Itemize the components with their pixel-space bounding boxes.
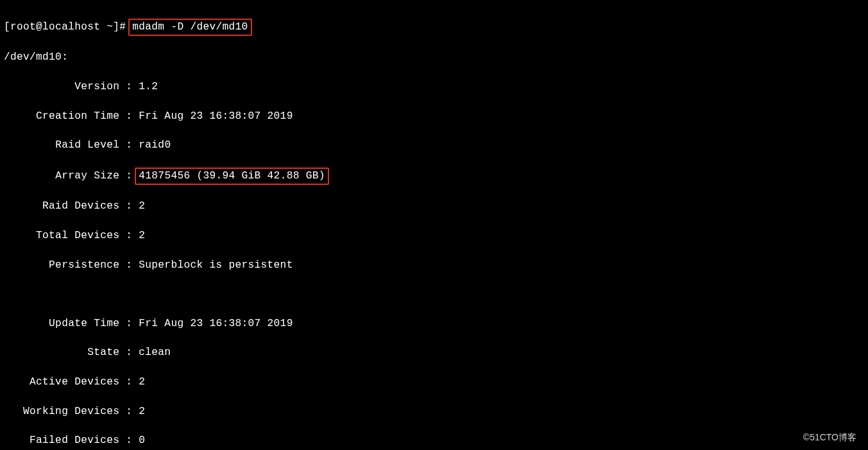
- field-version: Version : 1.2: [4, 80, 868, 94]
- terminal-output: [root@localhost ~]# mdadm -D /dev/md10 /…: [0, 0, 868, 450]
- field-array-size: Array Size : 41875456 (39.94 GiB 42.88 G…: [4, 168, 868, 185]
- device-header-line: /dev/md10:: [4, 50, 868, 65]
- field-raid-devices: Raid Devices : 2: [4, 199, 868, 214]
- field-update-time: Update Time : Fri Aug 23 16:38:07 2019: [4, 316, 868, 331]
- field-persistence: Persistence : Superblock is persistent: [4, 258, 868, 273]
- prompt-path: ~: [106, 21, 113, 33]
- field-working-devices: Working Devices : 2: [4, 404, 868, 419]
- field-creation-time: Creation Time : Fri Aug 23 16:38:07 2019: [4, 109, 868, 124]
- field-active-devices: Active Devices : 2: [4, 375, 868, 390]
- prompt-host: localhost: [42, 21, 100, 33]
- prompt-line[interactable]: [root@localhost ~]# mdadm -D /dev/md10: [4, 19, 868, 36]
- prompt-symbol: #: [119, 21, 126, 33]
- field-total-devices: Total Devices : 2: [4, 229, 868, 243]
- field-raid-level: Raid Level : raid0: [4, 138, 868, 153]
- command-text: mdadm -D /dev/md10: [132, 21, 248, 33]
- highlight-array-size: 41875456 (39.94 GiB 42.88 GB): [135, 168, 328, 185]
- prompt-user: root: [10, 21, 36, 33]
- field-failed-devices: Failed Devices : 0: [4, 433, 868, 448]
- highlight-command: mdadm -D /dev/md10: [128, 19, 251, 36]
- field-state: State : clean: [4, 345, 868, 360]
- watermark-text: ©51CTO博客: [803, 432, 856, 444]
